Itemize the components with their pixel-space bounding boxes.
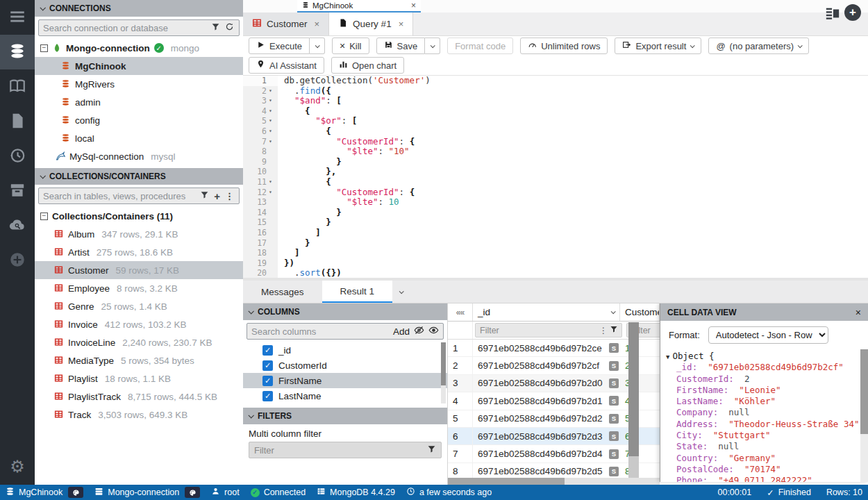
collections-search-input[interactable]	[39, 191, 200, 201]
connection-root-row[interactable]: − Mongo-connection ✓ mongo	[35, 39, 243, 57]
rail-item-database[interactable]	[0, 35, 35, 69]
filter-funnel-icon[interactable]	[200, 190, 209, 201]
fold-arrow-icon[interactable]: ▾	[269, 177, 274, 188]
collection-item-invoice[interactable]: Invoice412 rows, 103.2 KB	[35, 315, 243, 333]
fold-arrow-icon[interactable]: ▾	[269, 96, 274, 106]
gutter-line-number[interactable]: 8▾	[243, 147, 278, 157]
connection-search-input[interactable]	[39, 23, 211, 33]
result-tabs-dropdown[interactable]	[392, 281, 410, 303]
connections-header[interactable]: CONNECTIONS	[35, 0, 243, 17]
gutter-line-number[interactable]: 20▾	[243, 268, 278, 278]
json-root-line[interactable]: ▼Object {	[666, 351, 868, 362]
sidebar-database-mgchinook[interactable]: MgChinook	[35, 57, 243, 75]
rail-item-history[interactable]	[0, 139, 35, 174]
column-toggle-customerid[interactable]: ✓CustomerId	[243, 358, 447, 373]
execute-dropdown-button[interactable]	[310, 38, 325, 54]
checkbox-checked-icon[interactable]: ✓	[262, 345, 273, 356]
gutter-line-number[interactable]: 18▾	[243, 248, 278, 258]
cell-customerid[interactable]: 2	[620, 357, 660, 374]
export-result-button[interactable]: Export result	[615, 38, 701, 54]
fold-arrow-icon[interactable]: ▾	[269, 188, 274, 198]
grid-vertical-scrollbar[interactable]	[628, 322, 639, 478]
query-editor[interactable]: 1▾db.getCollection('Customer')2▾ .find({…	[243, 75, 868, 278]
add-collection-icon[interactable]: +	[214, 191, 220, 201]
collection-item-artist[interactable]: Artist275 rows, 18.6 KB	[35, 243, 243, 261]
cell-customerid[interactable]: 1	[620, 340, 660, 356]
tab-messages[interactable]: Messages	[243, 281, 322, 303]
column-toggle-lastname[interactable]: ✓LastName	[243, 388, 447, 403]
gutter-line-number[interactable]: 1▾	[243, 76, 278, 86]
eye-off-icon[interactable]	[414, 325, 428, 338]
save-button[interactable]: Save	[376, 38, 426, 54]
settings-gear-icon[interactable]: ⚙	[0, 457, 35, 476]
theme-palette-icon[interactable]	[185, 487, 200, 498]
mysql-connection-row[interactable]: MySql-connection mysql	[35, 147, 243, 165]
collection-item-invoiceline[interactable]: InvoiceLine2,240 rows, 230.7 KB	[35, 333, 243, 351]
collection-item-album[interactable]: Album347 rows, 29.1 KB	[35, 225, 243, 243]
database-group-tab[interactable]: MgChinook ×	[297, 0, 421, 12]
collapse-columns-button[interactable]: ««	[448, 303, 473, 321]
fold-arrow-icon[interactable]: ▾	[269, 116, 274, 126]
expand-arrow-icon[interactable]: ▼	[666, 353, 669, 360]
ai-assistant-button[interactable]: AI Assistant	[249, 57, 324, 74]
collections-root-row[interactable]: − Collections/Containers (11)	[35, 207, 243, 225]
collapse-box-icon[interactable]: −	[40, 212, 48, 220]
column-toggle-firstname[interactable]: ✓FirstName	[243, 373, 447, 388]
close-icon[interactable]: ×	[856, 307, 861, 318]
gutter-line-number[interactable]: 9▾	[243, 157, 278, 167]
more-options-icon[interactable]: ⋮	[225, 191, 234, 201]
collection-item-playlist[interactable]: Playlist18 rows, 1.1 KB	[35, 369, 243, 388]
cell-id[interactable]: 6971eb02588cd49b6d97b2d2S	[473, 410, 620, 427]
save-dropdown-button[interactable]	[425, 38, 440, 54]
fold-arrow-icon[interactable]: ▾	[269, 106, 274, 117]
gutter-line-number[interactable]: 12▾	[243, 188, 278, 198]
collection-item-track[interactable]: Track3,503 rows, 649.3 KB	[35, 406, 243, 424]
collection-item-employee[interactable]: Employee8 rows, 3.2 KB	[35, 279, 243, 297]
gutter-line-number[interactable]: 6▾	[243, 126, 278, 137]
collapse-box-icon[interactable]: −	[40, 44, 48, 52]
tab-customer[interactable]: Customer ×	[243, 12, 329, 35]
grid-filter-id-input[interactable]	[476, 326, 597, 335]
cell-id[interactable]: 6971eb02588cd49b6d97b2ceS	[473, 340, 620, 356]
kill-button[interactable]: × Kill	[332, 38, 369, 54]
collection-item-playlisttrack[interactable]: PlaylistTrack8,715 rows, 444.5 KB	[35, 388, 243, 406]
cell-id[interactable]: 6971eb02588cd49b6d97b2d1S	[473, 392, 620, 409]
gutter-line-number[interactable]: 4▾	[243, 106, 278, 117]
filters-panel-header[interactable]: FILTERS	[243, 408, 447, 424]
filter-options-icon[interactable]: ⋮	[597, 326, 610, 335]
columns-search-input[interactable]	[247, 326, 393, 337]
format-select[interactable]: Autodetect - Json - Row	[708, 326, 828, 344]
columns-scrollbar[interactable]	[441, 342, 446, 403]
grid-horizontal-scrollbar[interactable]	[448, 478, 660, 485]
new-tab-button[interactable]: +	[844, 4, 861, 21]
sidebar-database-local[interactable]: local	[35, 129, 243, 147]
cell-customerid[interactable]: 6	[620, 428, 660, 444]
eye-icon[interactable]	[428, 325, 443, 338]
filter-funnel-icon[interactable]	[211, 22, 220, 33]
gutter-line-number[interactable]: 16▾	[243, 228, 278, 238]
filter-funnel-icon[interactable]	[610, 325, 621, 335]
gutter-line-number[interactable]: 11▾	[243, 177, 278, 188]
rail-item-cloud-search[interactable]	[0, 208, 35, 243]
parameters-button[interactable]: @ (no parameters)	[708, 38, 809, 54]
rail-item-docs[interactable]	[0, 69, 35, 104]
refresh-icon[interactable]	[225, 22, 234, 33]
cell-id[interactable]: 6971eb02588cd49b6d97b2cfS	[473, 357, 620, 374]
toggle-widgets-icon[interactable]	[825, 6, 840, 19]
cell-customerid[interactable]: 7	[620, 445, 660, 462]
execute-button[interactable]: Execute	[249, 38, 310, 54]
gutter-line-number[interactable]: 3▾	[243, 96, 278, 106]
columns-panel-header[interactable]: COLUMNS	[243, 303, 447, 320]
collection-item-customer[interactable]: Customer59 rows, 17 KB	[35, 261, 243, 279]
collections-header[interactable]: COLLECTIONS/CONTAINERS	[35, 168, 243, 185]
fold-arrow-icon[interactable]: ▾	[269, 137, 274, 147]
fold-arrow-icon[interactable]: ▾	[269, 126, 274, 137]
close-icon[interactable]: ×	[315, 19, 320, 29]
menu-button[interactable]	[0, 0, 35, 35]
close-icon[interactable]: ×	[411, 1, 416, 10]
multi-column-filter-input[interactable]	[249, 445, 427, 456]
rail-item-add-connection[interactable]	[0, 243, 35, 278]
checkbox-checked-icon[interactable]: ✓	[262, 376, 273, 386]
collection-item-genre[interactable]: Genre25 rows, 1.4 KB	[35, 297, 243, 315]
format-code-button[interactable]: Format code	[447, 38, 513, 54]
